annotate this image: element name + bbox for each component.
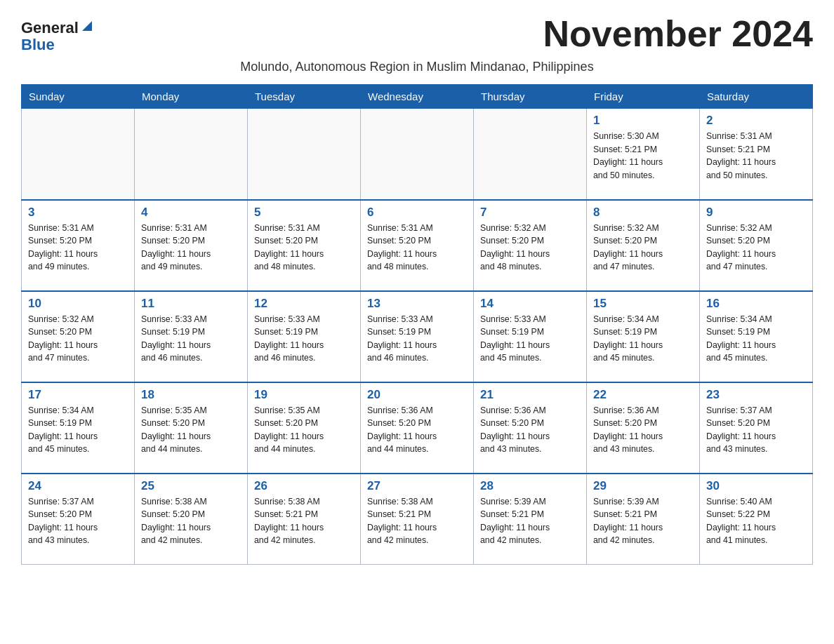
- day-number: 18: [141, 388, 241, 402]
- day-info: Sunrise: 5:32 AMSunset: 5:20 PMDaylight:…: [706, 222, 806, 274]
- calendar-header-wednesday: Wednesday: [361, 85, 474, 109]
- day-number: 3: [28, 206, 128, 220]
- day-info: Sunrise: 5:31 AMSunset: 5:20 PMDaylight:…: [141, 222, 241, 274]
- day-info: Sunrise: 5:31 AMSunset: 5:20 PMDaylight:…: [28, 222, 128, 274]
- day-info: Sunrise: 5:30 AMSunset: 5:21 PMDaylight:…: [593, 130, 693, 182]
- day-info: Sunrise: 5:38 AMSunset: 5:21 PMDaylight:…: [367, 495, 467, 547]
- calendar-cell: 24Sunrise: 5:37 AMSunset: 5:20 PMDayligh…: [22, 474, 135, 565]
- subtitle: Molundo, Autonomous Region in Muslim Min…: [21, 60, 813, 74]
- day-info: Sunrise: 5:34 AMSunset: 5:19 PMDaylight:…: [593, 313, 693, 365]
- calendar-week-row: 1Sunrise: 5:30 AMSunset: 5:21 PMDaylight…: [22, 109, 813, 200]
- logo-blue-text: Blue: [21, 36, 55, 53]
- day-number: 28: [480, 479, 580, 493]
- day-number: 13: [367, 297, 467, 311]
- calendar-week-row: 17Sunrise: 5:34 AMSunset: 5:19 PMDayligh…: [22, 382, 813, 474]
- day-info: Sunrise: 5:31 AMSunset: 5:20 PMDaylight:…: [367, 222, 467, 274]
- day-info: Sunrise: 5:36 AMSunset: 5:20 PMDaylight:…: [367, 404, 467, 456]
- calendar-cell: 23Sunrise: 5:37 AMSunset: 5:20 PMDayligh…: [700, 382, 813, 474]
- calendar-cell: 2Sunrise: 5:31 AMSunset: 5:21 PMDaylight…: [700, 109, 813, 200]
- day-number: 7: [480, 206, 580, 220]
- day-number: 5: [254, 206, 354, 220]
- day-number: 6: [367, 206, 467, 220]
- day-info: Sunrise: 5:38 AMSunset: 5:21 PMDaylight:…: [254, 495, 354, 547]
- day-number: 29: [593, 479, 693, 493]
- day-number: 30: [706, 479, 806, 493]
- day-info: Sunrise: 5:32 AMSunset: 5:20 PMDaylight:…: [28, 313, 128, 365]
- day-info: Sunrise: 5:33 AMSunset: 5:19 PMDaylight:…: [254, 313, 354, 365]
- calendar-cell: 30Sunrise: 5:40 AMSunset: 5:22 PMDayligh…: [700, 474, 813, 565]
- calendar-cell: [248, 109, 361, 200]
- month-title: November 2024: [543, 14, 813, 54]
- day-number: 26: [254, 479, 354, 493]
- logo: General Blue: [21, 14, 93, 53]
- calendar-cell: [22, 109, 135, 200]
- calendar-cell: 27Sunrise: 5:38 AMSunset: 5:21 PMDayligh…: [361, 474, 474, 565]
- calendar-header-saturday: Saturday: [700, 85, 813, 109]
- calendar-header-row: SundayMondayTuesdayWednesdayThursdayFrid…: [22, 85, 813, 109]
- day-info: Sunrise: 5:39 AMSunset: 5:21 PMDaylight:…: [593, 495, 693, 547]
- day-number: 10: [28, 297, 128, 311]
- calendar-header-monday: Monday: [135, 85, 248, 109]
- day-number: 22: [593, 388, 693, 402]
- day-info: Sunrise: 5:40 AMSunset: 5:22 PMDaylight:…: [706, 495, 806, 547]
- day-number: 17: [28, 388, 128, 402]
- calendar-cell: 17Sunrise: 5:34 AMSunset: 5:19 PMDayligh…: [22, 382, 135, 474]
- calendar-week-row: 3Sunrise: 5:31 AMSunset: 5:20 PMDaylight…: [22, 200, 813, 291]
- day-info: Sunrise: 5:32 AMSunset: 5:20 PMDaylight:…: [480, 222, 580, 274]
- calendar-cell: 19Sunrise: 5:35 AMSunset: 5:20 PMDayligh…: [248, 382, 361, 474]
- day-info: Sunrise: 5:36 AMSunset: 5:20 PMDaylight:…: [480, 404, 580, 456]
- calendar-cell: [474, 109, 587, 200]
- day-number: 9: [706, 206, 806, 220]
- day-number: 15: [593, 297, 693, 311]
- calendar-cell: 4Sunrise: 5:31 AMSunset: 5:20 PMDaylight…: [135, 200, 248, 291]
- calendar-cell: 13Sunrise: 5:33 AMSunset: 5:19 PMDayligh…: [361, 291, 474, 382]
- svg-marker-0: [82, 21, 92, 31]
- calendar-cell: 26Sunrise: 5:38 AMSunset: 5:21 PMDayligh…: [248, 474, 361, 565]
- calendar-cell: 12Sunrise: 5:33 AMSunset: 5:19 PMDayligh…: [248, 291, 361, 382]
- logo-general-text: General: [21, 20, 79, 36]
- day-info: Sunrise: 5:35 AMSunset: 5:20 PMDaylight:…: [254, 404, 354, 456]
- calendar-cell: [135, 109, 248, 200]
- day-info: Sunrise: 5:35 AMSunset: 5:20 PMDaylight:…: [141, 404, 241, 456]
- calendar-week-row: 10Sunrise: 5:32 AMSunset: 5:20 PMDayligh…: [22, 291, 813, 382]
- day-number: 20: [367, 388, 467, 402]
- calendar-header-thursday: Thursday: [474, 85, 587, 109]
- calendar-cell: 28Sunrise: 5:39 AMSunset: 5:21 PMDayligh…: [474, 474, 587, 565]
- day-number: 25: [141, 479, 241, 493]
- calendar-cell: 21Sunrise: 5:36 AMSunset: 5:20 PMDayligh…: [474, 382, 587, 474]
- day-info: Sunrise: 5:33 AMSunset: 5:19 PMDaylight:…: [367, 313, 467, 365]
- day-number: 2: [706, 114, 806, 128]
- day-number: 14: [480, 297, 580, 311]
- day-number: 4: [141, 206, 241, 220]
- day-number: 24: [28, 479, 128, 493]
- calendar-cell: [361, 109, 474, 200]
- day-info: Sunrise: 5:31 AMSunset: 5:20 PMDaylight:…: [254, 222, 354, 274]
- calendar-header-tuesday: Tuesday: [248, 85, 361, 109]
- calendar-table: SundayMondayTuesdayWednesdayThursdayFrid…: [21, 84, 813, 565]
- calendar-cell: 5Sunrise: 5:31 AMSunset: 5:20 PMDaylight…: [248, 200, 361, 291]
- day-number: 19: [254, 388, 354, 402]
- day-number: 11: [141, 297, 241, 311]
- calendar-header-friday: Friday: [587, 85, 700, 109]
- calendar-cell: 8Sunrise: 5:32 AMSunset: 5:20 PMDaylight…: [587, 200, 700, 291]
- day-info: Sunrise: 5:33 AMSunset: 5:19 PMDaylight:…: [141, 313, 241, 365]
- day-number: 8: [593, 206, 693, 220]
- calendar-cell: 22Sunrise: 5:36 AMSunset: 5:20 PMDayligh…: [587, 382, 700, 474]
- day-info: Sunrise: 5:33 AMSunset: 5:19 PMDaylight:…: [480, 313, 580, 365]
- calendar-cell: 29Sunrise: 5:39 AMSunset: 5:21 PMDayligh…: [587, 474, 700, 565]
- day-info: Sunrise: 5:39 AMSunset: 5:21 PMDaylight:…: [480, 495, 580, 547]
- calendar-cell: 11Sunrise: 5:33 AMSunset: 5:19 PMDayligh…: [135, 291, 248, 382]
- calendar-cell: 9Sunrise: 5:32 AMSunset: 5:20 PMDaylight…: [700, 200, 813, 291]
- calendar-cell: 15Sunrise: 5:34 AMSunset: 5:19 PMDayligh…: [587, 291, 700, 382]
- day-info: Sunrise: 5:34 AMSunset: 5:19 PMDaylight:…: [706, 313, 806, 365]
- calendar-cell: 20Sunrise: 5:36 AMSunset: 5:20 PMDayligh…: [361, 382, 474, 474]
- day-number: 1: [593, 114, 693, 128]
- calendar-week-row: 24Sunrise: 5:37 AMSunset: 5:20 PMDayligh…: [22, 474, 813, 565]
- day-number: 16: [706, 297, 806, 311]
- day-info: Sunrise: 5:37 AMSunset: 5:20 PMDaylight:…: [28, 495, 128, 547]
- calendar-cell: 25Sunrise: 5:38 AMSunset: 5:20 PMDayligh…: [135, 474, 248, 565]
- calendar-cell: 1Sunrise: 5:30 AMSunset: 5:21 PMDaylight…: [587, 109, 700, 200]
- header: General Blue November 2024: [21, 14, 813, 54]
- day-info: Sunrise: 5:34 AMSunset: 5:19 PMDaylight:…: [28, 404, 128, 456]
- calendar-header-sunday: Sunday: [22, 85, 135, 109]
